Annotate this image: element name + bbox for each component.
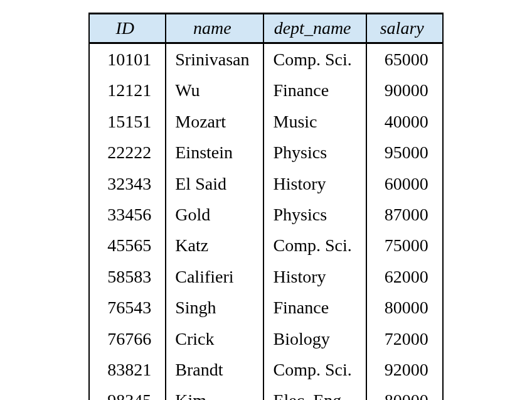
table-row: 12121 Wu Finance 90000 — [89, 75, 442, 105]
cell-name: Gold — [166, 199, 263, 230]
table-row: 76766 Crick Biology 72000 — [89, 323, 442, 354]
cell-name: Katz — [166, 230, 263, 261]
table-row: 76543 Singh Finance 80000 — [89, 292, 442, 323]
table-row: 83821 Brandt Comp. Sci. 92000 — [89, 354, 442, 385]
cell-id: 33456 — [89, 199, 166, 230]
cell-name: Mozart — [166, 106, 263, 137]
cell-salary: 80000 — [366, 292, 443, 323]
cell-dept: Biology — [263, 323, 366, 354]
table-row: 22222 Einstein Physics 95000 — [89, 137, 442, 168]
cell-salary: 90000 — [366, 75, 443, 105]
cell-id: 98345 — [89, 385, 166, 400]
table-row: 58583 Califieri History 62000 — [89, 261, 442, 292]
cell-id: 12121 — [89, 75, 166, 105]
cell-salary: 60000 — [366, 168, 443, 199]
cell-salary: 75000 — [366, 230, 443, 261]
cell-salary: 87000 — [366, 199, 443, 230]
cell-dept: Comp. Sci. — [263, 354, 366, 385]
cell-name: Srinivasan — [166, 43, 263, 75]
cell-salary: 65000 — [366, 43, 443, 75]
cell-id: 15151 — [89, 106, 166, 137]
instructor-table: ID name dept_name salary 10101 Srinivasa… — [88, 13, 443, 400]
cell-id: 22222 — [89, 137, 166, 168]
cell-id: 76543 — [89, 292, 166, 323]
cell-id: 10101 — [89, 43, 166, 75]
cell-dept: Comp. Sci. — [263, 230, 366, 261]
cell-dept: Music — [263, 106, 366, 137]
cell-dept: Finance — [263, 292, 366, 323]
cell-salary: 40000 — [366, 106, 443, 137]
column-header-name: name — [166, 14, 263, 43]
cell-salary: 72000 — [366, 323, 443, 354]
cell-id: 76766 — [89, 323, 166, 354]
table-row: 10101 Srinivasan Comp. Sci. 65000 — [89, 43, 442, 75]
table-body: 10101 Srinivasan Comp. Sci. 65000 12121 … — [89, 43, 442, 401]
cell-salary: 92000 — [366, 354, 443, 385]
cell-dept: Comp. Sci. — [263, 43, 366, 75]
cell-salary: 62000 — [366, 261, 443, 292]
cell-id: 45565 — [89, 230, 166, 261]
table-row: 15151 Mozart Music 40000 — [89, 106, 442, 137]
cell-dept: Finance — [263, 75, 366, 105]
cell-name: Einstein — [166, 137, 263, 168]
cell-name: Crick — [166, 323, 263, 354]
cell-dept: Physics — [263, 137, 366, 168]
column-header-id: ID — [89, 14, 166, 43]
cell-dept: Physics — [263, 199, 366, 230]
table-row: 98345 Kim Elec. Eng. 80000 — [89, 385, 442, 400]
cell-name: El Said — [166, 168, 263, 199]
table-header-row: ID name dept_name salary — [89, 14, 442, 43]
cell-id: 32343 — [89, 168, 166, 199]
cell-dept: Elec. Eng. — [263, 385, 366, 400]
cell-salary: 95000 — [366, 137, 443, 168]
table-row: 32343 El Said History 60000 — [89, 168, 442, 199]
cell-salary: 80000 — [366, 385, 443, 400]
cell-id: 83821 — [89, 354, 166, 385]
cell-dept: History — [263, 168, 366, 199]
cell-name: Singh — [166, 292, 263, 323]
cell-name: Califieri — [166, 261, 263, 292]
table-row: 33456 Gold Physics 87000 — [89, 199, 442, 230]
table-row: 45565 Katz Comp. Sci. 75000 — [89, 230, 442, 261]
cell-dept: History — [263, 261, 366, 292]
instructor-table-container: ID name dept_name salary 10101 Srinivasa… — [88, 13, 443, 400]
cell-id: 58583 — [89, 261, 166, 292]
cell-name: Brandt — [166, 354, 263, 385]
cell-name: Kim — [166, 385, 263, 400]
column-header-salary: salary — [366, 14, 443, 43]
cell-name: Wu — [166, 75, 263, 105]
column-header-dept: dept_name — [263, 14, 366, 43]
